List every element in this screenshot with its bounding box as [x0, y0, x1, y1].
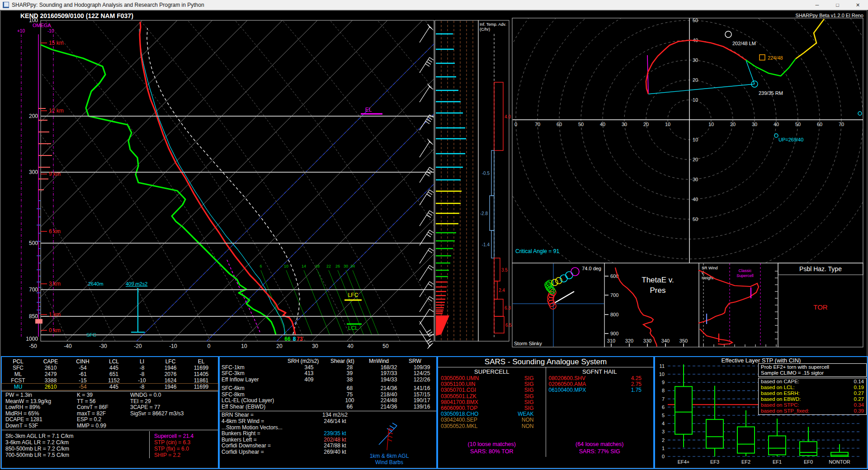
sars-match-name: 03050520.MKL: [441, 423, 477, 429]
kinematics-panel: SRH (m2/s2)Shear (kt)MnWindSRW SFC-1km34…: [219, 356, 437, 469]
hodo-marker-label: 239/35 RM: [759, 90, 783, 96]
temp-axis-label: -20: [134, 343, 142, 349]
sars-match-quality: SIG: [524, 387, 534, 393]
version-label: SHARPpy Beta v1.2.0 El Reno: [796, 13, 863, 18]
svg-text:10: 10: [284, 264, 288, 268]
prob-row: based on STP_fixed:0.39: [761, 408, 864, 414]
pressure-label: 500: [29, 240, 38, 246]
hodo-axis-label: 20: [693, 157, 698, 162]
svg-text:-10: -10: [47, 28, 54, 33]
brn-row: BRN Shear =134 m2/s2: [220, 412, 436, 418]
composite-row: Supercell = 21.4: [154, 433, 193, 439]
adv-value: -2.8: [480, 211, 488, 216]
svg-text:Pres: Pres: [650, 286, 666, 295]
stp-panel: Effective Layer STP (with CIN) Prob EF2+…: [654, 356, 868, 469]
kinematics-row: SFC-1km34528168/32109/39: [220, 365, 436, 371]
kinematics-row: Eff Inflow Layer40938194/33122/26: [220, 377, 436, 383]
hazard-title: Psbl Haz. Type: [799, 265, 842, 273]
prob-label: based on ESRH:: [761, 390, 800, 396]
pressure-label: 850: [29, 313, 38, 320]
lfc-marker: LFC: [348, 292, 359, 298]
sars-match-quality: SIG: [524, 394, 534, 400]
hodo-axis-label: 20: [693, 77, 698, 83]
height-label: 9 km: [49, 171, 61, 177]
svg-text:(C/hr): (C/hr): [480, 27, 490, 32]
sars-loose-matches: (64 loose matches): [546, 441, 654, 448]
hodo-axis-label: 30: [693, 177, 698, 182]
temp-axis-label: 10: [241, 343, 247, 349]
thermo-indices: PW = 1.3inMeanW = 13.9g/kgLowRH = 89%Mid…: [2, 392, 218, 429]
eff-inflow-sfc: SFC: [86, 332, 96, 338]
prob-label: based on EBWD:: [761, 396, 801, 402]
hodo-axis-label: 40: [600, 122, 605, 127]
hodo-axis-label: 50: [693, 18, 698, 23]
eff-inflow-srh: 409 m2s2: [126, 281, 147, 287]
sars-match-quality: NON: [522, 423, 534, 429]
composite-indices: Supercell = 21.4STP (cin) = 6.3STP (fix)…: [150, 431, 193, 458]
parcel-row: FCST3388-151152-10162411861: [2, 377, 218, 384]
sars-match-row: 06100400.MPX1.75: [546, 387, 654, 393]
sars-match-row: 03050701.CGISIG: [438, 387, 546, 393]
sars-match-name: 03050501.LZK: [441, 394, 476, 400]
temp-axis-label: 0: [208, 343, 211, 349]
svg-text:900: 900: [610, 331, 618, 336]
prob-row: based on EBWD:0.27: [761, 396, 864, 402]
lapse-rate-row: 3-6km AGL LR = 7.2 C/km: [5, 439, 149, 446]
hodo-axis-label: 60: [817, 122, 822, 127]
svg-text:22: 22: [326, 264, 331, 268]
prob-label: based on STP_fixed:: [761, 408, 809, 414]
hodo-axis-label: 50: [578, 122, 584, 127]
height-label: 3 km: [49, 281, 61, 287]
stp-prob-box: Prob EF2+ torn with supercell Sample CLI…: [758, 363, 867, 415]
hodo-axis-label: 40: [774, 122, 779, 127]
adv-value: 3.5: [501, 268, 508, 273]
hodo-axis-label: 70: [839, 122, 844, 127]
prob-label: based on STPC:: [761, 402, 799, 408]
pressure-label: 700: [29, 287, 38, 293]
prob-value: 0.19: [854, 385, 864, 390]
parcel-row: SFC2610-54445-8194611699: [2, 365, 218, 371]
prob-value: 0.14: [854, 379, 864, 385]
height-label: 1 km: [49, 311, 61, 318]
sars-title: SARS - Sounding Analogue System: [438, 357, 653, 367]
svg-text:320: 320: [625, 338, 633, 343]
kinematics-row: Eff Shear (EBWD)66214/36139/16: [220, 404, 436, 410]
svg-text:310: 310: [607, 338, 615, 343]
prob-value: 0.39: [854, 408, 864, 414]
parcel-row: ML2479-61651-8207611405: [2, 371, 218, 377]
kin-col-header: Shear (kt): [330, 358, 369, 365]
parcel-row: MU2610-54445-8194611699: [2, 384, 218, 390]
hodo-axis-label: 30: [693, 57, 698, 63]
hodo-axis-label: 10: [708, 122, 714, 127]
svg-text:700: 700: [610, 292, 618, 298]
hodo-axis-label: 60: [557, 122, 562, 127]
wind-barb-caption: 1km & 6km AGLWind Barbs: [355, 453, 423, 465]
parcel-table-header: PCLCAPECINHLCLLILFCEL: [2, 357, 218, 365]
hodo-axis-label: 0: [514, 122, 517, 127]
hodo-marker-label: 202/48 LM: [732, 41, 756, 46]
slinky-angle: 74.0 deg: [582, 266, 601, 271]
hodo-marker-label: UP=269/40: [778, 137, 803, 142]
temp-axis-label: -50: [29, 343, 37, 349]
stp-title: Effective Layer STP (with CIN): [655, 357, 867, 364]
lapse-rate-row: Sfc-3km AGL LR = 7.1 C/km: [5, 433, 149, 439]
prob-row: based on CAPE:0.14: [761, 379, 864, 385]
svg-text:330: 330: [643, 338, 651, 343]
svg-text:30: 30: [344, 264, 348, 268]
srwind-title: SR Wind: [702, 266, 718, 270]
kin-col-header: MnWind: [369, 358, 409, 365]
temp-axis-label: -30: [99, 343, 107, 349]
pressure-label: 1000: [26, 336, 38, 342]
parcel-col-header: LCL: [99, 358, 129, 365]
pressure-label: 300: [29, 169, 38, 175]
wind-barb-icon: [373, 421, 405, 453]
thetae-title: ThetaE v.: [642, 276, 674, 284]
lcl-marker: LCL: [348, 325, 358, 331]
svg-text:14: 14: [302, 264, 306, 268]
hodo-axis-label: 30: [622, 122, 627, 127]
sars-match-row: 03042400.SEPNON: [438, 417, 546, 423]
lapse-rate-row: 850-500mb LR = 7.2 C/km: [5, 446, 149, 452]
sars-column-header: SUPERCELL: [438, 368, 546, 376]
parcel-col-header: CAPE: [34, 358, 67, 365]
indices-column: K = 39TT = 56ConvT = 86FmaxT = 82FESP = …: [77, 392, 130, 429]
